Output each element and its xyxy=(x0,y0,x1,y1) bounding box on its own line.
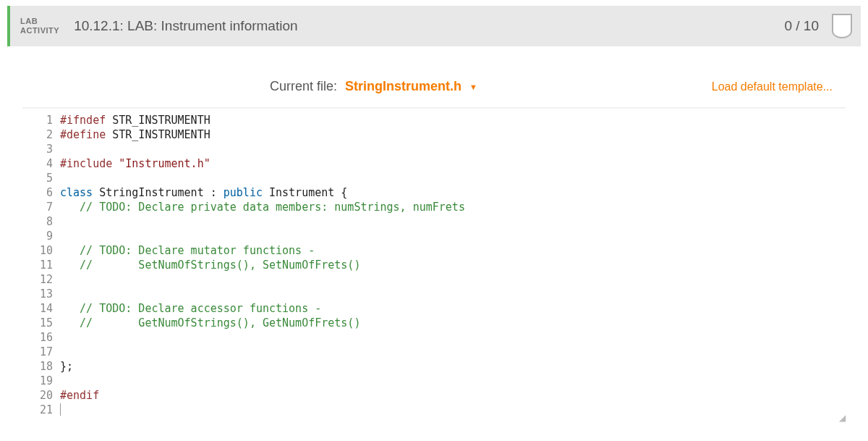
code-content[interactable]: #include "Instrument.h" xyxy=(60,156,846,171)
line-number: 17 xyxy=(22,345,60,359)
line-number: 13 xyxy=(22,287,60,301)
code-line[interactable]: 7 // TODO: Declare private data members:… xyxy=(22,200,846,214)
code-content[interactable] xyxy=(60,374,846,388)
load-default-template-link[interactable]: Load default template... xyxy=(712,80,833,93)
line-number: 4 xyxy=(22,156,60,171)
badge-line-1: LAB xyxy=(20,17,59,26)
code-line[interactable]: 21 xyxy=(22,403,846,417)
code-line[interactable]: 12 xyxy=(22,272,846,287)
code-line[interactable]: 13 xyxy=(22,287,846,301)
code-content[interactable] xyxy=(60,214,846,229)
line-number: 21 xyxy=(22,403,60,417)
code-line[interactable]: 16 xyxy=(22,330,846,345)
current-file-selector[interactable]: Current file: StringInstrument.h ▼ xyxy=(35,79,712,94)
code-line[interactable]: 4#include "Instrument.h" xyxy=(22,156,846,171)
code-line[interactable]: 6class StringInstrument : public Instrum… xyxy=(22,185,846,200)
text-cursor xyxy=(60,403,61,416)
line-number: 9 xyxy=(22,229,60,243)
code-content[interactable]: #endif xyxy=(60,388,846,403)
code-line[interactable]: 20#endif xyxy=(22,388,846,403)
code-content[interactable] xyxy=(60,287,846,301)
line-number: 11 xyxy=(22,258,60,272)
badge-line-2: ACTIVITY xyxy=(20,26,59,35)
code-line[interactable]: 8 xyxy=(22,214,846,229)
code-content[interactable] xyxy=(60,330,846,345)
line-number: 15 xyxy=(22,316,60,330)
code-content[interactable]: class StringInstrument : public Instrume… xyxy=(60,185,846,200)
code-content[interactable] xyxy=(60,171,846,185)
line-number: 2 xyxy=(22,127,60,142)
line-number: 10 xyxy=(22,243,60,258)
code-line[interactable]: 10 // TODO: Declare mutator functions - xyxy=(22,243,846,258)
line-number: 6 xyxy=(22,185,60,200)
lab-title: 10.12.1: LAB: Instrument information xyxy=(69,18,297,34)
current-file-name: StringInstrument.h xyxy=(341,79,461,93)
code-content[interactable] xyxy=(60,272,846,287)
code-content[interactable]: // TODO: Declare accessor functions - xyxy=(60,301,846,316)
line-number: 1 xyxy=(22,113,60,127)
editor-header: Current file: StringInstrument.h ▼ Load … xyxy=(22,72,846,108)
line-number: 16 xyxy=(22,330,60,345)
line-number: 14 xyxy=(22,301,60,316)
code-editor[interactable]: 1#ifndef STR_INSTRUMENTH2#define STR_INS… xyxy=(22,108,846,421)
lab-activity-badge: LAB ACTIVITY xyxy=(10,11,69,41)
chevron-down-icon: ▼ xyxy=(469,83,477,91)
line-number: 8 xyxy=(22,214,60,229)
code-content[interactable]: #define STR_INSTRUMENTH xyxy=(60,127,846,142)
editor-panel: Current file: StringInstrument.h ▼ Load … xyxy=(22,71,846,422)
code-content[interactable]: // TODO: Declare mutator functions - xyxy=(60,243,846,258)
code-line[interactable]: 15 // GetNumOfStrings(), GetNumOfFrets() xyxy=(22,316,846,330)
code-line[interactable]: 18}; xyxy=(22,359,846,374)
code-content[interactable]: // TODO: Declare private data members: n… xyxy=(60,200,846,214)
code-content[interactable]: // GetNumOfStrings(), GetNumOfFrets() xyxy=(60,316,846,330)
code-content[interactable] xyxy=(60,345,846,359)
code-line[interactable]: 5 xyxy=(22,171,846,185)
code-line[interactable]: 2#define STR_INSTRUMENTH xyxy=(22,127,846,142)
line-number: 20 xyxy=(22,388,60,403)
score-display: 0 / 10 xyxy=(784,18,832,34)
code-line[interactable]: 11 // SetNumOfStrings(), SetNumOfFrets() xyxy=(22,258,846,272)
code-content[interactable] xyxy=(60,229,846,243)
line-number: 5 xyxy=(22,171,60,185)
line-number: 18 xyxy=(22,359,60,374)
line-number: 3 xyxy=(22,142,60,156)
current-file-label: Current file: xyxy=(270,79,337,93)
code-line[interactable]: 14 // TODO: Declare accessor functions - xyxy=(22,301,846,316)
code-content[interactable] xyxy=(60,142,846,156)
code-line[interactable]: 9 xyxy=(22,229,846,243)
lab-header: LAB ACTIVITY 10.12.1: LAB: Instrument in… xyxy=(7,6,861,46)
line-number: 19 xyxy=(22,374,60,388)
line-number: 12 xyxy=(22,272,60,287)
code-line[interactable]: 19 xyxy=(22,374,846,388)
code-content[interactable] xyxy=(60,403,846,417)
code-content[interactable]: // SetNumOfStrings(), SetNumOfFrets() xyxy=(60,258,846,272)
code-line[interactable]: 3 xyxy=(22,142,846,156)
code-line[interactable]: 17 xyxy=(22,345,846,359)
code-line[interactable]: 1#ifndef STR_INSTRUMENTH xyxy=(22,113,846,127)
code-content[interactable]: #ifndef STR_INSTRUMENTH xyxy=(60,113,846,127)
shield-icon xyxy=(832,14,852,38)
line-number: 7 xyxy=(22,200,60,214)
code-content[interactable]: }; xyxy=(60,359,846,374)
